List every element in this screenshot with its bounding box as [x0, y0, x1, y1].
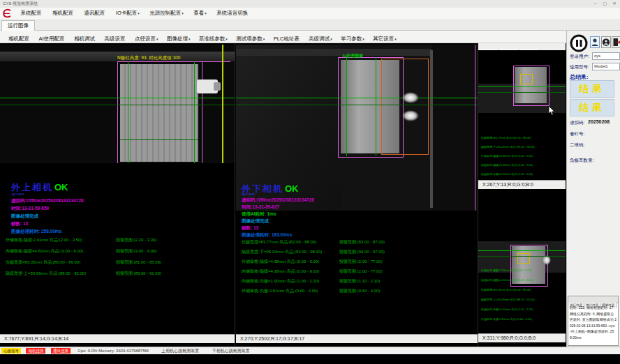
process-done-text: 图像处理完成: [242, 218, 269, 225]
measurement-alarm: 报警范围:(89.00 - 91.00): [116, 271, 161, 277]
measurement-alarm: 报警范围:(2.00 - 77.00): [339, 268, 383, 275]
menu-item-camera-config[interactable]: 相机配置: [52, 8, 74, 19]
chevron-down-icon: ▾: [189, 37, 191, 41]
log-box[interactable]: 执行信息统计信息报警信息 耗时: 222, 网络检测耗时: 17, 网络分离耗时…: [568, 296, 619, 346]
model-field[interactable]: Model1: [592, 63, 620, 70]
pause-button[interactable]: [570, 34, 588, 52]
connector-tip: [214, 82, 221, 91]
thumb-measure-text: 隔膜宽度-下=95.24mm 良品:(93.00 - 98.00): [481, 145, 535, 149]
roi-line-pink: [117, 61, 230, 62]
camera-image-outer-top[interactable]: N极柱高度: 93. 对比高度值:100: [0, 45, 235, 163]
close-icon[interactable]: ✕: [610, 0, 619, 8]
camera-thumbnail-inner-top[interactable]: 负极宽度=83.77mm 良品:(82.00 - 88.00) 隔膜宽度-下=9…: [478, 50, 566, 180]
measurement-row: 内侧靠枕-负极=1.90mm 良品:(1.00 - 2.20) 报警范围:(1.…: [242, 278, 478, 287]
tab-strip: 运行图像: [0, 19, 620, 31]
menu-bar: 系统配置 相机配置 通讯配置 IO卡配置▾ 光源控制配置▾ 查看▾ 系统语言切换: [0, 8, 620, 19]
measurement-value: 隔膜宽度-下=95.24mm 良品:(93.00 - 98.00): [242, 249, 322, 255]
roi-rect-orange: [381, 59, 429, 155]
chevron-down-icon: ▾: [394, 37, 397, 41]
measure-line-green: [478, 92, 566, 93]
measure-line-green: [478, 86, 566, 87]
measurement-value: 外侧靠枕-隔膜=4.38mm 良品:(0.00 - 9.00): [242, 259, 319, 265]
measurement-alarm: 报警范围:(81.00 - 85.00): [116, 259, 161, 266]
measure-line-green: [0, 98, 235, 98]
measurement-alarm: 报警范围:(1.10 - 2.10): [339, 278, 380, 285]
chevron-down-icon: ▾: [205, 11, 207, 15]
exit-icon: [612, 37, 620, 47]
measurement-row: 隔膜宽度-上=90.56mm 良品:(88.00 - 92.00) 报警范围:(…: [6, 271, 235, 279]
user-button[interactable]: [590, 36, 600, 48]
time-text: 时间:13-31-59-627: [242, 204, 279, 211]
thumbnail-column: 合成图显示内上相机图内下相机图 负极宽度=83.77mm 良品:(82.00 -…: [478, 43, 566, 347]
minimize-icon[interactable]: ─: [591, 0, 600, 8]
edge-line-yellow-green: [222, 45, 223, 163]
measurement-alarm: 报警范围:(83.00 - 87.00): [339, 239, 385, 245]
menu-item-language-switch[interactable]: 系统语言切换: [216, 8, 249, 19]
bottom-camera-heartbeat-text: 下相机心跳检测装置: [212, 347, 250, 354]
title-bar: CYS-视觉检测系统 ─ ▢ ✕: [0, 0, 620, 8]
menu-item-light-config[interactable]: 光源控制配置▾: [149, 8, 184, 19]
chevron-down-icon: ▾: [330, 37, 332, 41]
status-bar: 心跳信号 相机连接 通讯连接 Cpu: 0.0% Memory: 3424.41…: [0, 347, 620, 354]
roi-rect-pink: [513, 66, 549, 106]
menu-item-comm-config[interactable]: 通讯配置: [84, 8, 105, 19]
app-logo-icon: [2, 8, 13, 18]
elapsed-text: 图像处理耗时: 183.00ms: [242, 232, 292, 238]
elapsed-text: 图像处理耗时: 258.00ms: [11, 229, 61, 235]
chevron-down-icon: ▾: [263, 37, 265, 41]
measurement-value: 内侧靠枕-隔膜=4.38mm 良品:(0.00 - 9.00): [242, 268, 319, 275]
sidebar: 登录用户: cys 使用型号: Model1 总结果: 结果 结果 虚拟码: 2…: [566, 31, 620, 347]
exposure-text: 曝光:8611: [12, 192, 24, 196]
chevron-down-icon: ▾: [226, 37, 228, 41]
user-field[interactable]: cys: [592, 52, 620, 60]
measure-line-green: [478, 256, 566, 257]
measurement-value: 隔膜宽度-上=90.56mm 良品:(88.00 - 92.00): [6, 271, 86, 277]
measurement-value: 内侧靠枕-隔膜=4.60mm 良品:(3.00 - 6.00): [6, 248, 83, 255]
roi-rect-pink: [117, 61, 202, 163]
measurement-alarm: 报警范围:(2.00 - 77.00): [339, 259, 383, 265]
measurement-row: 负极宽度=83.05mm 良品:(80.00 - 86.00) 报警范围:(81…: [6, 259, 235, 268]
chevron-down-icon: ▾: [362, 37, 364, 41]
negative-tab-count-label: 负极耳数量:: [570, 158, 593, 164]
measurement-alarm: 报警范围:(3.00 - 6.00): [116, 248, 156, 255]
camera-thumbnail-inner-bottom[interactable]: 外侧靠枕-隔膜:2.91mm 良品:(2.00 - 3.50) 内侧靠枕-隔膜=…: [478, 189, 566, 333]
thumb-measure-text: 内侧靠枕-负极=1.90mm 良品:(1.00 - 2.20): [481, 308, 533, 311]
frame-count-text: 帧数: 13: [11, 221, 28, 227]
measurement-row: 外侧靠枕-隔膜=4.38mm 良品:(0.00 - 9.00) 报警范围:(2.…: [242, 259, 478, 267]
maximize-icon[interactable]: ▢: [600, 0, 609, 8]
measurement-value: 负极宽度=83.05mm 良品:(80.00 - 86.00): [6, 259, 80, 266]
result-badge-2: 结果: [570, 99, 614, 116]
thumb-measure-text: 内侧靠枕-隔膜=4.38mm 良品:(0.00 - 9.00): [481, 163, 533, 167]
chevron-down-icon: ▾: [156, 37, 158, 41]
overlay-measure-label: N极柱高度: 93. 对比高度值:100: [117, 55, 180, 61]
measure-line-green: [194, 61, 195, 163]
thumb-measure-text: 负极宽度=83.05mm 良品:(80.00 - 86.00): [481, 288, 531, 291]
pixel-coords-readout: X:311;Y:980;R:0;G:0;B:0: [478, 333, 566, 342]
camera-connection-badge: 相机连接: [26, 348, 45, 354]
mouse-cursor: [548, 106, 555, 119]
chevron-down-icon: ▾: [182, 11, 184, 15]
pixel-coords-readout: X:270;Y:2502;R:17;G:17;B:17: [236, 334, 478, 343]
tab-run-image[interactable]: 运行图像: [1, 20, 35, 31]
machine-block: [431, 45, 478, 211]
camera-panel-outer-bottom[interactable]: AI处理图像 外下相机OK 曝光:8610 虚拟码:Offline2025020…: [236, 43, 478, 347]
account-button[interactable]: [601, 36, 611, 48]
exit-button[interactable]: [612, 36, 620, 48]
menu-item-io-config[interactable]: IO卡配置▾: [116, 8, 140, 19]
measure-line-green: [236, 98, 478, 98]
toolbar: 相机配置 AI使用配置 相机调试 高级设置 点径设置▾ 图像处理▾ 基准线参数▾…: [0, 31, 620, 43]
log-tabs: 执行信息统计信息报警信息: [568, 296, 618, 303]
menu-item-view[interactable]: 查看▾: [193, 8, 207, 19]
measure-line-green: [478, 250, 566, 251]
measure-line-green: [236, 105, 478, 105]
camera-panel-outer-top[interactable]: N极柱高度: 93. 对比高度值:100 外上相机OK 曝光:8611 虚拟码:…: [0, 43, 235, 347]
menu-item-system-config[interactable]: 系统配置: [20, 8, 42, 19]
measure-line-green: [0, 105, 235, 105]
result-badge-1: 结果: [570, 80, 614, 98]
measurement-row: 负极宽度=83.77mm 良品:(82.00 - 88.00) 报警范围:(83…: [242, 239, 478, 248]
measurement-value: 负极宽度=83.77mm 良品:(82.00 - 88.00): [242, 239, 316, 245]
reflective-tab: [402, 92, 419, 103]
measurement-row: 外侧靠枕-隔膜:2.91mm 良品:(2.00 - 3.50) 报警范围:(2.…: [6, 237, 235, 245]
user-label: 登录用户:: [570, 54, 589, 60]
ai-time-text: 使用AI耗时: 1ms: [242, 211, 276, 218]
